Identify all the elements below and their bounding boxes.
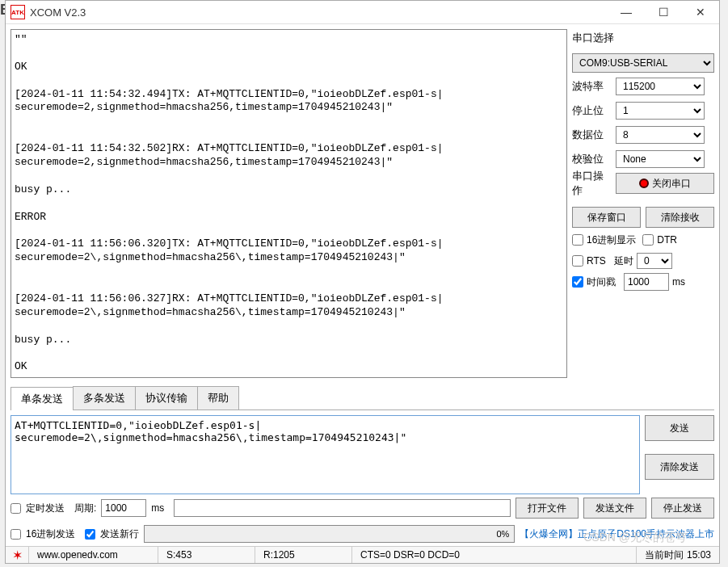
app-icon: ATK [11,5,25,19]
progress-value: 0% [496,529,509,539]
close-button[interactable]: ✕ [682,1,719,23]
hex-send-checkbox[interactable] [11,529,21,540]
send-file-button[interactable]: 发送文件 [583,498,646,519]
stop-select[interactable]: 1 [616,102,705,120]
timestamp-unit: ms [672,276,685,288]
rts-label: RTS [587,255,611,267]
baud-label: 波特率 [572,79,611,94]
hex-display-label: 16进制显示 [587,233,636,247]
serial-select-title: 串口选择 [572,29,714,50]
close-port-label: 关闭串口 [652,177,691,191]
status-time: 当前时间 15:03 [636,547,719,563]
serial-settings-panel: 串口选择 COM9:USB-SERIAL 波特率 115200 停止位 1 数据… [572,29,714,378]
baud-select[interactable]: 115200 [616,78,705,95]
url-link[interactable]: www.openedv.com [37,549,118,561]
tab-single-send[interactable]: 单条发送 [11,387,74,410]
status-lines: CTS=0 DSR=0 DCD=0 [351,547,636,563]
close-port-button[interactable]: 关闭串口 [616,173,714,194]
dtr-label: DTR [657,234,677,246]
app-window: ATK XCOM V2.3 — ☐ ✕ "" OK [2024-01-11 11… [5,0,720,564]
stop-send-button[interactable]: 停止发送 [651,498,714,519]
period-input[interactable] [101,499,146,517]
clear-send-button[interactable]: 清除发送 [645,454,714,480]
parity-select[interactable]: None [616,150,705,168]
record-dot-icon [639,178,649,188]
status-received: R:1205 [255,547,351,563]
tab-protocol[interactable]: 协议传输 [135,386,198,410]
hex-send-label: 16进制发送 [26,527,75,541]
minimize-button[interactable]: — [608,1,645,23]
tab-multi-send[interactable]: 多条发送 [73,386,136,410]
maximize-button[interactable]: ☐ [645,1,682,23]
send-button[interactable]: 发送 [645,415,714,441]
titlebar: ATK XCOM V2.3 — ☐ ✕ [6,1,719,24]
data-label: 数据位 [572,128,611,142]
stop-label: 停止位 [572,103,611,118]
send-tabs: 单条发送 多条发送 协议传输 帮助 [11,386,714,410]
window-controls: — ☐ ✕ [608,1,719,23]
op-label: 串口操作 [572,169,611,198]
status-sent: S:453 [158,547,255,563]
data-select[interactable]: 8 [616,126,705,144]
hex-display-checkbox[interactable] [572,234,583,246]
delay-label: 延时 [614,254,633,268]
send-textarea[interactable] [11,415,640,494]
receive-log[interactable]: "" OK [2024-01-11 11:54:32.494]TX: AT+MQ… [11,29,567,378]
save-window-button[interactable]: 保存窗口 [572,207,641,228]
tab-help[interactable]: 帮助 [197,386,239,410]
rts-checkbox[interactable] [572,255,583,267]
send-newline-checkbox[interactable] [85,529,95,540]
status-bar: ✶ www.openedv.com S:453 R:1205 CTS=0 DSR… [6,546,719,563]
parity-label: 校验位 [572,152,611,166]
promo-link[interactable]: 【火爆全网】正点原子DS100手持示波器上市 [520,527,714,541]
timed-send-checkbox[interactable] [11,503,21,514]
timestamp-checkbox[interactable] [572,276,583,288]
open-file-button[interactable]: 打开文件 [515,498,579,519]
dtr-checkbox[interactable] [642,234,654,246]
timed-send-label: 定时发送 [26,502,65,515]
timestamp-input[interactable] [624,273,669,291]
delay-select[interactable]: 0 [637,253,672,269]
period-label: 周期: [74,502,96,515]
clear-receive-button[interactable]: 清除接收 [646,207,714,228]
port-select[interactable]: COM9:USB-SERIAL [572,53,714,73]
file-path-field[interactable] [174,499,511,517]
timestamp-label: 时间戳 [587,275,621,289]
period-unit: ms [151,502,164,514]
send-newline-label: 发送新行 [100,527,139,541]
gear-icon[interactable]: ✶ [6,548,28,563]
progress-bar: 0% [144,525,515,543]
window-title: XCOM V2.3 [30,6,608,19]
